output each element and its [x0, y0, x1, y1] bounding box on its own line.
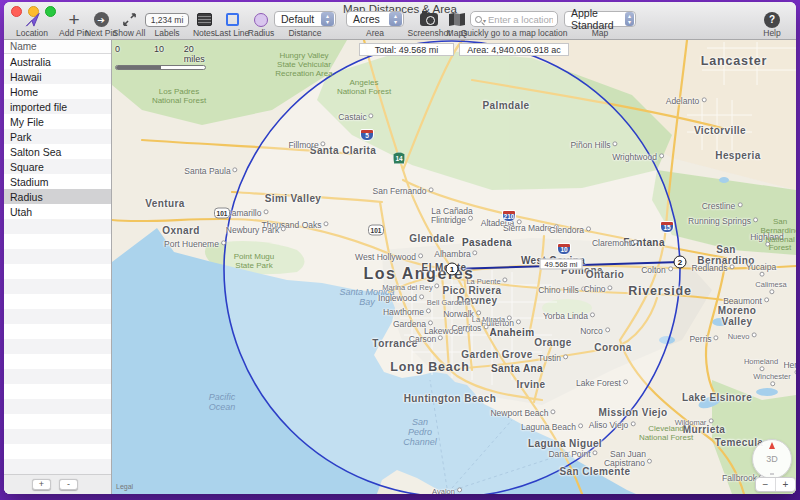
- screenshot-button[interactable]: Screenshot: [412, 11, 446, 38]
- help-button[interactable]: ? Help: [754, 11, 790, 38]
- distance-select[interactable]: Default ▴▾: [274, 11, 336, 27]
- map-scale: 0 10 20 miles: [115, 44, 215, 70]
- add-file-button[interactable]: +: [32, 479, 51, 490]
- zoom-in-button[interactable]: +: [776, 478, 795, 491]
- list-item[interactable]: Utah: [4, 204, 111, 219]
- location-arrow-icon: [24, 11, 41, 28]
- total-area-readout: Area: 4,940,006.918 ac: [459, 43, 569, 56]
- map-style-select[interactable]: Apple Standard ▴▾: [564, 11, 636, 27]
- list-item[interactable]: imported file: [4, 99, 111, 114]
- location-search-field[interactable]: ▾: [470, 11, 558, 27]
- chevron-updown-icon: ▴▾: [389, 12, 402, 26]
- total-distance-readout: Total: 49.568 mi: [359, 43, 454, 56]
- list-item[interactable]: Radius: [4, 189, 111, 204]
- notepad-icon: [197, 13, 212, 26]
- arrow-circle-icon: ➔: [94, 11, 109, 28]
- camera-icon: [420, 13, 438, 26]
- list-item[interactable]: Square: [4, 159, 111, 174]
- distance-group: Default ▴▾ Distance: [274, 11, 336, 38]
- labels-button[interactable]: 1,234 mi Labels: [144, 11, 190, 38]
- toolbar: Map Distances & Area Location + Add Pin …: [4, 2, 796, 40]
- list-item[interactable]: Stadium: [4, 174, 111, 189]
- expand-arrows-icon: [122, 11, 137, 28]
- search-input[interactable]: [488, 14, 553, 25]
- scale-bar: [115, 65, 206, 70]
- legal-link[interactable]: Legal: [116, 483, 133, 490]
- name-column-header[interactable]: Name: [4, 40, 111, 54]
- zoom-controls: − +: [755, 477, 796, 492]
- area-select[interactable]: Acres ▴▾: [346, 11, 404, 27]
- compass-3d-control[interactable]: 3D: [752, 439, 792, 479]
- chevron-updown-icon: ▴▾: [321, 12, 334, 26]
- plus-icon: +: [68, 11, 79, 28]
- remove-file-button[interactable]: -: [59, 479, 78, 490]
- saved-files-sidebar: Name AustraliaHawaiiHomeimported fileMy …: [4, 40, 112, 494]
- chevron-updown-icon: ▴▾: [625, 12, 634, 26]
- area-group: Acres ▴▾ Area: [346, 11, 404, 38]
- distance-badge-icon: 1,234 mi: [145, 13, 190, 27]
- map-style-group: Apple Standard ▴▾ Map: [564, 11, 636, 38]
- folded-map-icon: [449, 13, 465, 26]
- app-window: Map Distances & Area Location + Add Pin …: [4, 2, 796, 494]
- list-item[interactable]: Home: [4, 84, 111, 99]
- map-view[interactable]: Los AngelesLancasterRiversideLong BeachP…: [112, 40, 796, 494]
- file-list: AustraliaHawaiiHomeimported fileMy FileP…: [4, 54, 111, 474]
- list-item[interactable]: Park: [4, 129, 111, 144]
- question-mark-icon: ?: [764, 12, 780, 28]
- search-group: ▾ Quickly go to a map location: [470, 11, 558, 38]
- sidebar-footer: + -: [4, 474, 111, 494]
- location-button[interactable]: Location: [10, 11, 54, 38]
- list-item[interactable]: Hawaii: [4, 69, 111, 84]
- list-item[interactable]: My File: [4, 114, 111, 129]
- map-pin-1[interactable]: 1: [446, 263, 459, 276]
- circle-outline-icon: [254, 13, 268, 27]
- map-pin-2[interactable]: 2: [674, 256, 687, 269]
- search-icon: [475, 16, 482, 23]
- list-item[interactable]: Salton Sea: [4, 144, 111, 159]
- square-outline-icon: [226, 13, 239, 26]
- show-all-button[interactable]: Show All: [109, 11, 149, 38]
- zoom-out-button[interactable]: −: [756, 478, 776, 491]
- line-distance-label: 49.568 mi: [540, 259, 583, 270]
- list-item[interactable]: Australia: [4, 54, 111, 69]
